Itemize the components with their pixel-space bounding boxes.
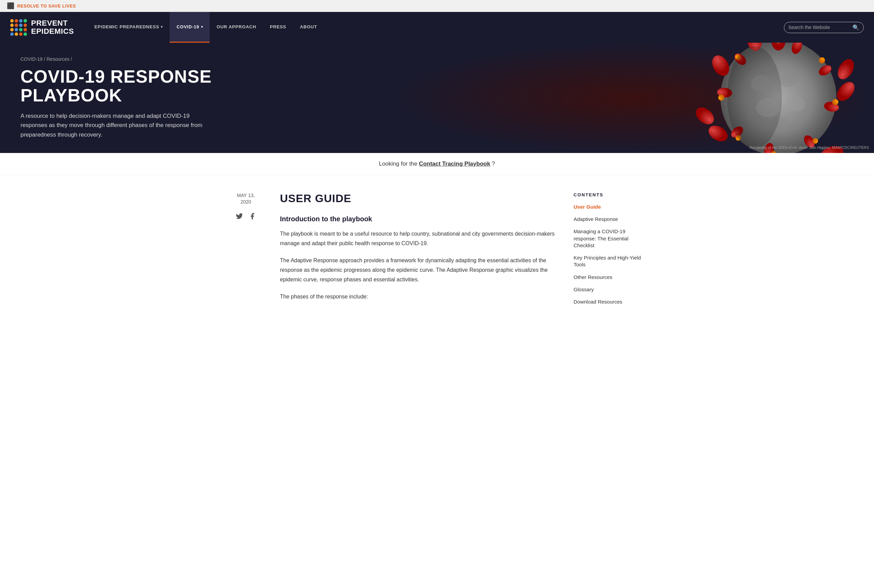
logo-dot bbox=[10, 28, 13, 32]
toc-item[interactable]: Download Resources bbox=[574, 298, 649, 305]
logo-dot bbox=[24, 33, 27, 36]
logo-dot bbox=[15, 24, 18, 27]
toc-item[interactable]: Other Resources bbox=[574, 274, 649, 280]
dropdown-arrow: ▾ bbox=[201, 25, 203, 28]
toc-title: CONTENTS bbox=[574, 192, 649, 197]
svg-point-4 bbox=[786, 97, 805, 112]
article-para-3: The phases of the response include: bbox=[280, 292, 560, 302]
article-intro-subtitle: Introduction to the playbook bbox=[280, 215, 560, 223]
article-para-1: The playbook is meant to be a useful res… bbox=[280, 229, 560, 248]
date-sidebar: MAY 13,2020 bbox=[225, 192, 266, 311]
facebook-icon[interactable] bbox=[249, 212, 256, 222]
logo-dot bbox=[24, 19, 27, 22]
search-button[interactable]: 🔍 bbox=[853, 24, 859, 31]
social-icons bbox=[225, 212, 266, 222]
nav-epidemic-preparedness[interactable]: EPIDEMIC PREPAREDNESS ▾ bbox=[88, 12, 170, 43]
search-input[interactable] bbox=[788, 25, 850, 30]
resolve-icon: ⬛ bbox=[7, 2, 14, 9]
toc-sidebar: CONTENTS User GuideAdaptive ResponseMana… bbox=[574, 192, 649, 311]
hero-image bbox=[393, 43, 874, 153]
svg-point-11 bbox=[834, 56, 857, 82]
svg-point-2 bbox=[780, 74, 797, 87]
toc-item[interactable]: Key Principles and High-Yield Tools bbox=[574, 254, 649, 268]
logo-dot bbox=[19, 24, 22, 27]
toc-item[interactable]: Adaptive Response bbox=[574, 216, 649, 223]
svg-point-31 bbox=[727, 46, 782, 148]
toc-items: User GuideAdaptive ResponseManaging a CO… bbox=[574, 204, 649, 306]
article-section-title: USER GUIDE bbox=[280, 192, 560, 205]
logo-dot bbox=[10, 33, 13, 36]
search-box: 🔍 bbox=[784, 22, 864, 33]
logo-dot bbox=[15, 33, 18, 36]
twitter-icon[interactable] bbox=[235, 212, 243, 222]
nav-covid19[interactable]: COVID-19 ▾ bbox=[170, 12, 210, 43]
logo-text: PREVENT EPIDEMICS bbox=[31, 19, 74, 36]
top-bar-text: RESOLVE TO SAVE LIVES bbox=[17, 3, 76, 9]
article-content: USER GUIDE Introduction to the playbook … bbox=[280, 192, 560, 311]
svg-point-13 bbox=[706, 123, 730, 145]
toc-item[interactable]: Glossary bbox=[574, 286, 649, 293]
breadcrumb: COVID-19 / Resources / bbox=[21, 56, 219, 62]
page-title: COVID-19 RESPONSE PLAYBOOK bbox=[21, 67, 219, 105]
top-bar: ⬛ RESOLVE TO SAVE LIVES bbox=[0, 0, 874, 12]
nav-about[interactable]: ABOUT bbox=[293, 12, 324, 43]
logo-dot bbox=[10, 24, 13, 27]
contact-tracing-bar: Looking for the Contact Tracing Playbook… bbox=[0, 153, 874, 175]
hero-image-caption: Rendering of the 2019-nCoV virion. Dan H… bbox=[750, 146, 869, 150]
hero-description: A resource to help decision-makers manag… bbox=[21, 111, 212, 140]
article-para-2: The Adaptive Response approach provides … bbox=[280, 256, 560, 285]
logo-dot bbox=[10, 19, 13, 22]
hero-section: COVID-19 / Resources / COVID-19 RESPONSE… bbox=[0, 43, 874, 153]
logo-link[interactable]: PREVENT EPIDEMICS bbox=[10, 19, 74, 36]
virus-image bbox=[673, 43, 874, 153]
logo-dot bbox=[19, 28, 22, 32]
logo-dots bbox=[10, 19, 27, 36]
logo-dot bbox=[19, 33, 22, 36]
logo-dot bbox=[15, 19, 18, 22]
nav-press[interactable]: PRESS bbox=[263, 12, 293, 43]
dropdown-arrow: ▾ bbox=[161, 25, 163, 28]
logo-dot bbox=[15, 28, 18, 32]
toc-item[interactable]: User Guide bbox=[574, 204, 649, 210]
nav-links: EPIDEMIC PREPAREDNESS ▾ COVID-19 ▾ OUR A… bbox=[88, 12, 784, 43]
logo-dot bbox=[24, 24, 27, 27]
toc-item[interactable]: Managing a COVID-19 response: The Essent… bbox=[574, 228, 649, 249]
article-date: MAY 13,2020 bbox=[225, 192, 266, 206]
contact-tracing-link[interactable]: Contact Tracing Playbook bbox=[419, 160, 490, 167]
logo-dot bbox=[24, 28, 27, 32]
nav-our-approach[interactable]: OUR APPROACH bbox=[210, 12, 263, 43]
svg-point-9 bbox=[693, 104, 717, 128]
main-nav: PREVENT EPIDEMICS EPIDEMIC PREPAREDNESS … bbox=[0, 12, 874, 43]
logo-dot bbox=[19, 19, 22, 22]
main-layout: MAY 13,2020 USER GUIDE Introduction to t… bbox=[215, 175, 659, 328]
hero-content: COVID-19 / Resources / COVID-19 RESPONSE… bbox=[0, 43, 239, 153]
